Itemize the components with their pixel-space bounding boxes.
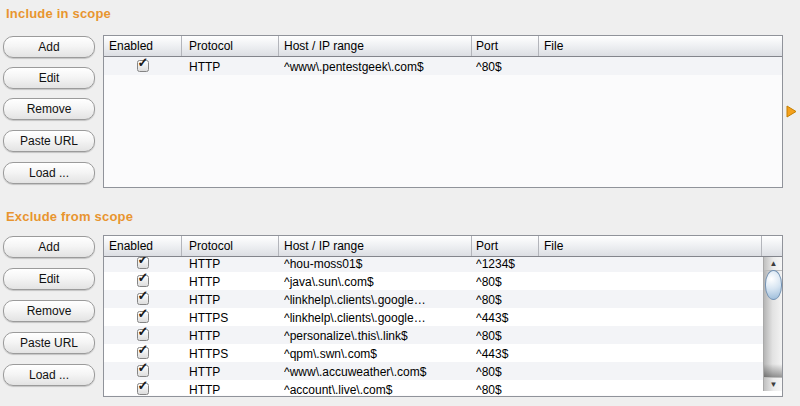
include-scope-table: ✓ HTTP ^www\.pentestgeek\.com$ ^80$ Enab… — [103, 35, 783, 188]
row-protocol: HTTP — [189, 293, 277, 307]
table-row[interactable]: ✓HTTP^personalize\.this\.link$^80$ — [104, 326, 782, 344]
row-host: ^linkhelp\.clients\.google… — [284, 293, 470, 307]
row-protocol: HTTP — [189, 60, 277, 74]
row-port: ^1234$ — [476, 257, 538, 271]
checkmark-icon: ✓ — [138, 307, 149, 321]
row-host: ^www\.pentestgeek\.com$ — [284, 60, 470, 74]
column-header-port: Port — [476, 239, 498, 253]
row-protocol: HTTPS — [189, 311, 277, 325]
table-row[interactable]: ✓HTTP^java\.sun\.com$^80$ — [104, 272, 782, 290]
column-header-host: Host / IP range — [284, 39, 364, 53]
row-port: ^80$ — [476, 60, 538, 74]
exclude-remove-button[interactable]: Remove — [3, 300, 95, 322]
row-protocol: HTTP — [189, 365, 277, 379]
column-divider[interactable] — [278, 236, 279, 256]
column-divider[interactable] — [181, 36, 182, 56]
column-header-enabled: Enabled — [109, 39, 153, 53]
exclude-table-body: ✓HTTP^hou-moss01$^1234$✓HTTP^java\.sun\.… — [104, 257, 782, 395]
row-port: ^80$ — [476, 383, 538, 395]
checkmark-icon: ✓ — [138, 257, 149, 267]
exclude-paste-url-button[interactable]: Paste URL — [3, 332, 95, 354]
table-row[interactable]: ✓HTTP^linkhelp\.clients\.google…^80$ — [104, 290, 782, 308]
table-row[interactable]: ✓HTTPS^qpm\.swn\.com$^443$ — [104, 344, 782, 362]
row-port: ^443$ — [476, 347, 538, 361]
column-divider[interactable] — [538, 36, 539, 56]
column-divider[interactable] — [471, 236, 472, 256]
row-enabled-checkbox[interactable]: ✓ — [104, 380, 181, 395]
row-host: ^hou-moss01$ — [284, 257, 470, 271]
row-protocol: HTTP — [189, 383, 277, 395]
checkmark-icon: ✓ — [138, 379, 149, 393]
checkmark-icon: ✓ — [138, 271, 149, 285]
row-port: ^80$ — [476, 365, 538, 379]
column-header-port: Port — [476, 39, 498, 53]
exclude-from-scope-section: Exclude from scope Add Edit Remove Paste… — [0, 206, 800, 406]
column-header-file: File — [544, 39, 563, 53]
include-paste-url-button[interactable]: Paste URL — [3, 130, 95, 152]
row-host: ^qpm\.swn\.com$ — [284, 347, 470, 361]
row-host: ^personalize\.this\.link$ — [284, 329, 470, 343]
column-divider[interactable] — [538, 236, 539, 256]
table-row[interactable]: ✓HTTPS^linkhelp\.clients\.google…^443$ — [104, 308, 782, 326]
include-load-button[interactable]: Load ... — [3, 162, 95, 184]
column-header-host: Host / IP range — [284, 239, 364, 253]
include-section-title: Include in scope — [6, 6, 111, 21]
include-edit-button[interactable]: Edit — [3, 67, 95, 89]
include-table-body: ✓ HTTP ^www\.pentestgeek\.com$ ^80$ — [104, 57, 782, 186]
table-row[interactable]: ✓ HTTP ^www\.pentestgeek\.com$ ^80$ — [104, 57, 782, 75]
column-header-protocol: Protocol — [189, 239, 233, 253]
column-header-protocol: Protocol — [189, 39, 233, 53]
column-divider[interactable] — [181, 236, 182, 256]
table-row[interactable]: ✓HTTP^www\.accuweather\.com$^80$ — [104, 362, 782, 380]
row-host: ^account\.live\.com$ — [284, 383, 470, 395]
row-protocol: HTTPS — [189, 347, 277, 361]
exclude-scope-table: ✓HTTP^hou-moss01$^1234$✓HTTP^java\.sun\.… — [103, 235, 783, 397]
checkmark-icon: ✓ — [138, 289, 149, 303]
row-port: ^80$ — [476, 329, 538, 343]
row-host: ^java\.sun\.com$ — [284, 275, 470, 289]
row-host: ^linkhelp\.clients\.google… — [284, 311, 470, 325]
vertical-scrollbar[interactable]: ▲ ▼ — [763, 257, 783, 391]
column-divider — [761, 236, 762, 256]
column-divider[interactable] — [471, 36, 472, 56]
column-header-enabled: Enabled — [109, 239, 153, 253]
column-divider[interactable] — [278, 36, 279, 56]
checkmark-icon: ✓ — [138, 57, 149, 70]
table-row[interactable]: ✓HTTP^account\.live\.com$^80$ — [104, 380, 782, 395]
row-protocol: HTTP — [189, 257, 277, 271]
scrollbar-thumb[interactable] — [765, 270, 782, 300]
include-in-scope-section: Include in scope Add Edit Remove Paste U… — [0, 0, 800, 206]
checkmark-icon: ✓ — [138, 361, 149, 375]
scroll-up-icon[interactable]: ▲ — [764, 257, 783, 271]
checkmark-icon: ✓ — [138, 325, 149, 339]
row-port: ^80$ — [476, 293, 538, 307]
row-port: ^80$ — [476, 275, 538, 289]
table-row[interactable]: ✓HTTP^hou-moss01$^1234$ — [104, 257, 782, 272]
exclude-section-title: Exclude from scope — [6, 209, 133, 224]
row-host: ^www\.accuweather\.com$ — [284, 365, 470, 379]
include-table-header: Enabled Protocol Host / IP range Port Fi… — [104, 36, 782, 57]
row-port: ^443$ — [476, 311, 538, 325]
include-remove-button[interactable]: Remove — [3, 98, 95, 120]
include-expander-arrow-icon[interactable] — [786, 105, 797, 118]
column-header-file: File — [544, 239, 563, 253]
exclude-table-header: Enabled Protocol Host / IP range Port Fi… — [104, 236, 782, 257]
scrollbar-track-shadow — [764, 364, 783, 377]
row-enabled-checkbox[interactable]: ✓ — [104, 57, 181, 75]
exclude-add-button[interactable]: Add — [3, 236, 95, 258]
row-protocol: HTTP — [189, 329, 277, 343]
row-protocol: HTTP — [189, 275, 277, 289]
checkmark-icon: ✓ — [138, 343, 149, 357]
exclude-edit-button[interactable]: Edit — [3, 268, 95, 290]
include-add-button[interactable]: Add — [3, 36, 95, 58]
scroll-down-icon[interactable]: ▼ — [764, 377, 783, 391]
exclude-load-button[interactable]: Load ... — [3, 364, 95, 386]
